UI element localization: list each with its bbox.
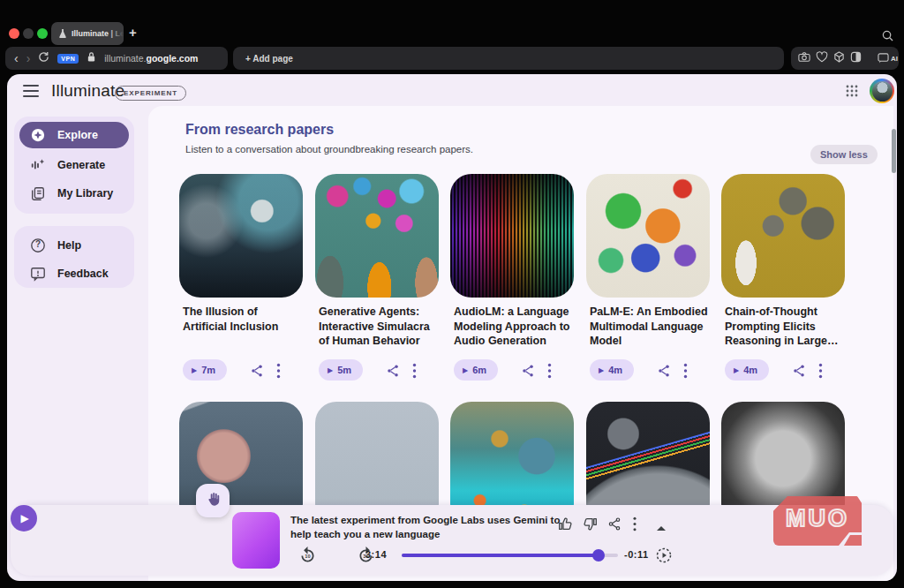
more-options-icon[interactable] bbox=[412, 363, 417, 382]
browser-toolbar-icons: AI bbox=[791, 47, 899, 70]
refresh-icon[interactable] bbox=[38, 50, 49, 66]
search-icon[interactable] bbox=[882, 29, 893, 45]
now-playing-title: The latest experiment from Google Labs u… bbox=[290, 513, 584, 541]
share-icon[interactable] bbox=[250, 363, 264, 382]
google-apps-icon[interactable] bbox=[845, 84, 859, 102]
play-button[interactable]: ▶ bbox=[11, 505, 37, 531]
more-options-icon[interactable] bbox=[683, 363, 688, 382]
new-tab-button[interactable]: + bbox=[129, 25, 137, 40]
sidebar-primary-nav: Explore Generate My Library bbox=[14, 117, 134, 214]
play-icon: ▶ bbox=[734, 366, 739, 374]
scrollbar-thumb[interactable] bbox=[892, 129, 896, 173]
card-title: Generative Agents: Interactive Simulacra… bbox=[319, 305, 437, 349]
more-options-icon[interactable] bbox=[547, 363, 552, 382]
ai-chat-icon[interactable]: AI bbox=[878, 53, 898, 64]
share-icon[interactable] bbox=[657, 363, 671, 382]
progress-track[interactable] bbox=[402, 554, 618, 557]
sidebar-item-label: Generate bbox=[57, 159, 105, 171]
paper-card[interactable]: AudioLM: a Language Modeling Approach to… bbox=[450, 174, 574, 384]
sidebar-item-generate[interactable]: Generate bbox=[19, 151, 129, 179]
card-artwork[interactable] bbox=[721, 174, 845, 298]
paper-card[interactable]: Chain-of-Thought Prompting Elicits Reaso… bbox=[721, 174, 845, 384]
remaining-time: -0:11 bbox=[624, 549, 649, 560]
forward-icon[interactable]: › bbox=[26, 52, 31, 64]
paper-card[interactable]: The Illusion of Artificial Inclusion ▶7m bbox=[179, 174, 303, 384]
muo-watermark: MUO bbox=[773, 496, 862, 546]
thumbs-down-icon[interactable] bbox=[583, 516, 598, 535]
library-icon bbox=[30, 185, 46, 201]
vpn-badge[interactable]: VPN bbox=[57, 54, 79, 64]
add-page-button[interactable]: + Add page bbox=[233, 47, 784, 70]
share-icon[interactable] bbox=[386, 363, 400, 382]
share-icon[interactable] bbox=[521, 363, 535, 382]
menu-hamburger-button[interactable] bbox=[23, 85, 39, 97]
section-title: From research papers bbox=[185, 122, 334, 138]
heart-icon[interactable] bbox=[816, 50, 828, 66]
address-bar[interactable]: ‹ › VPN illuminate.google.com bbox=[5, 47, 228, 70]
extensions-cube-icon[interactable] bbox=[833, 50, 845, 66]
play-icon: ▶ bbox=[19, 512, 28, 524]
close-window-button[interactable] bbox=[9, 28, 19, 39]
play-duration-button[interactable]: ▶5m bbox=[319, 359, 363, 381]
back-icon[interactable]: ‹ bbox=[14, 52, 19, 64]
replay-10-icon[interactable]: 10 bbox=[298, 546, 317, 568]
audio-player-bar: The latest experiment from Google Labs u… bbox=[11, 505, 893, 576]
play-duration-button[interactable]: ▶4m bbox=[725, 359, 769, 381]
card-artwork[interactable] bbox=[450, 174, 574, 298]
thumbs-up-icon[interactable] bbox=[558, 516, 573, 535]
account-avatar[interactable] bbox=[870, 79, 894, 103]
sidebar-item-explore[interactable]: Explore bbox=[19, 122, 129, 148]
play-icon: ▶ bbox=[463, 366, 468, 374]
paper-card[interactable]: Generative Agents: Interactive Simulacra… bbox=[315, 174, 439, 384]
play-duration-button[interactable]: ▶7m bbox=[183, 359, 227, 381]
section-subtitle: Listen to a conversation about groundbre… bbox=[185, 144, 473, 155]
sidebar-item-feedback[interactable]: Feedback bbox=[19, 260, 129, 288]
show-less-button[interactable]: Show less bbox=[810, 145, 878, 164]
share-icon[interactable] bbox=[607, 516, 622, 535]
card-artwork[interactable] bbox=[179, 174, 303, 298]
now-playing-thumbnail[interactable] bbox=[232, 512, 280, 569]
paper-card[interactable]: PaLM-E: An Embodied Multimodal Language … bbox=[586, 174, 710, 384]
raised-hand-icon bbox=[205, 491, 222, 511]
watermark-label: MUO bbox=[786, 505, 849, 532]
play-icon: ▶ bbox=[599, 366, 604, 374]
sidebar-item-label: Help bbox=[57, 239, 81, 252]
browser-tab[interactable]: Illuminate | Lear bbox=[51, 22, 124, 45]
camera-icon[interactable] bbox=[798, 50, 810, 66]
sidebar-secondary-nav: ? Help Feedback bbox=[14, 226, 134, 288]
play-icon: ▶ bbox=[328, 366, 333, 374]
card-title: The Illusion of Artificial Inclusion bbox=[183, 305, 301, 334]
play-duration-button[interactable]: ▶6m bbox=[454, 359, 498, 381]
sidebar-item-my-library[interactable]: My Library bbox=[19, 179, 129, 207]
progress-knob[interactable] bbox=[592, 549, 605, 562]
minimize-window-button[interactable] bbox=[23, 28, 34, 39]
zoom-window-button[interactable] bbox=[37, 28, 48, 39]
card-title: AudioLM: a Language Modeling Approach to… bbox=[454, 305, 572, 349]
app-title: Illuminate bbox=[51, 81, 124, 101]
card-title: Chain-of-Thought Prompting Elicits Reaso… bbox=[725, 305, 843, 349]
play-icon: ▶ bbox=[192, 366, 197, 374]
experiment-badge: EXPERIMENT bbox=[115, 86, 186, 101]
svg-text:10: 10 bbox=[305, 554, 310, 559]
explore-icon bbox=[30, 127, 46, 143]
sidebar-item-label: Explore bbox=[57, 129, 98, 141]
flask-favicon-icon bbox=[58, 26, 67, 41]
more-options-icon[interactable] bbox=[633, 516, 637, 535]
autoplay-icon[interactable] bbox=[655, 547, 673, 568]
hand-gesture-button[interactable] bbox=[196, 484, 230, 517]
url-text: illuminate.google.com bbox=[104, 53, 198, 64]
share-icon[interactable] bbox=[792, 363, 806, 382]
illuminate-app-window: Illuminate EXPERIMENT Explore Generate M… bbox=[7, 74, 897, 581]
generate-waveform-icon bbox=[30, 157, 46, 173]
sidebar-item-label: My Library bbox=[57, 187, 113, 200]
sidebar-item-label: Feedback bbox=[57, 268, 109, 280]
collapse-chevron-icon[interactable] bbox=[656, 519, 667, 535]
theme-toggle-icon[interactable] bbox=[850, 50, 862, 66]
play-duration-button[interactable]: ▶4m bbox=[590, 359, 634, 381]
card-artwork[interactable] bbox=[315, 174, 439, 298]
more-options-icon[interactable] bbox=[818, 363, 823, 382]
card-artwork[interactable] bbox=[586, 174, 710, 298]
feedback-icon bbox=[30, 266, 46, 282]
sidebar-item-help[interactable]: ? Help bbox=[19, 231, 129, 260]
more-options-icon[interactable] bbox=[276, 363, 281, 382]
